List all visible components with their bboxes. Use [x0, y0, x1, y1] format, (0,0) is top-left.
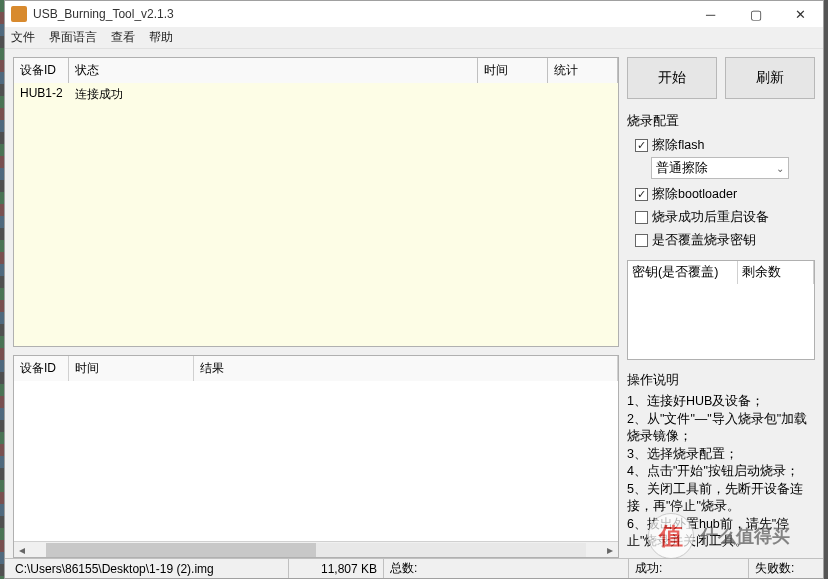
log-header-time[interactable]: 时间: [69, 356, 194, 381]
scroll-left-icon[interactable]: ◂: [14, 543, 30, 557]
instr-line: 2、从"文件"—"导入烧录包"加载烧录镜像；: [627, 411, 815, 446]
window-controls: ─ ▢ ✕: [688, 1, 823, 27]
overwrite-key-row[interactable]: 是否覆盖烧录密钥: [635, 232, 815, 249]
instr-line: 4、点击"开始"按钮启动烧录；: [627, 463, 815, 481]
log-table-body[interactable]: [14, 381, 618, 541]
instr-line: 6、拔出外置hub前，请先"停止"烧录并关闭工具。: [627, 516, 815, 551]
main-area: 设备ID 状态 时间 统计 HUB1-2 连接成功 设备ID: [5, 49, 823, 558]
status-path: C:\Users\86155\Desktop\1-19 (2).img: [9, 559, 289, 578]
cell-status: 连接成功: [69, 83, 478, 106]
device-table-header: 设备ID 状态 时间 统计: [14, 58, 618, 83]
instr-line: 3、选择烧录配置；: [627, 446, 815, 464]
scroll-track[interactable]: [46, 543, 586, 557]
action-buttons: 开始 刷新: [627, 57, 815, 99]
cell-device-id: HUB1-2: [14, 83, 69, 106]
erase-mode-value: 普通擦除: [656, 160, 708, 177]
window-title: USB_Burning_Tool_v2.1.3: [33, 7, 688, 21]
erase-flash-label: 擦除flash: [652, 137, 704, 154]
app-icon: [11, 6, 27, 22]
log-table: 设备ID 时间 结果 ◂ ▸: [13, 355, 619, 558]
statusbar: C:\Users\86155\Desktop\1-19 (2).img 11,8…: [5, 558, 823, 578]
header-time[interactable]: 时间: [478, 58, 548, 83]
key-table: 密钥(是否覆盖) 剩余数: [627, 260, 815, 360]
minimize-button[interactable]: ─: [688, 1, 733, 27]
app-window: USB_Burning_Tool_v2.1.3 ─ ▢ ✕ 文件 界面语言 查看…: [4, 0, 824, 579]
cell-time: [478, 83, 548, 106]
checkbox-icon[interactable]: [635, 211, 648, 224]
status-total: 总数:: [384, 559, 629, 578]
header-status[interactable]: 状态: [69, 58, 478, 83]
erase-bootloader-row[interactable]: ✓ 擦除bootloader: [635, 186, 815, 203]
scroll-right-icon[interactable]: ▸: [602, 543, 618, 557]
overwrite-key-label: 是否覆盖烧录密钥: [652, 232, 756, 249]
key-col2[interactable]: 剩余数: [738, 261, 814, 284]
left-pane: 设备ID 状态 时间 统计 HUB1-2 连接成功 设备ID: [5, 49, 623, 558]
erase-flash-row[interactable]: ✓ 擦除flash: [635, 137, 815, 154]
cell-stats: [548, 83, 618, 106]
key-table-body[interactable]: [628, 284, 814, 359]
scroll-thumb[interactable]: [46, 543, 316, 557]
horizontal-scrollbar[interactable]: ◂ ▸: [14, 541, 618, 557]
maximize-button[interactable]: ▢: [733, 1, 778, 27]
close-button[interactable]: ✕: [778, 1, 823, 27]
status-fail: 失败数:: [749, 559, 819, 578]
erase-bootloader-label: 擦除bootloader: [652, 186, 737, 203]
instr-line: 1、连接好HUB及设备；: [627, 393, 815, 411]
status-success: 成功:: [629, 559, 749, 578]
refresh-button[interactable]: 刷新: [725, 57, 815, 99]
menu-file[interactable]: 文件: [11, 29, 35, 46]
menu-help[interactable]: 帮助: [149, 29, 173, 46]
chevron-down-icon: ⌄: [776, 163, 784, 174]
checkbox-icon[interactable]: [635, 234, 648, 247]
right-pane: 开始 刷新 烧录配置 ✓ 擦除flash 普通擦除 ⌄ ✓ 擦除bootload…: [623, 49, 823, 558]
log-table-header: 设备ID 时间 结果: [14, 356, 618, 381]
device-table: 设备ID 状态 时间 统计 HUB1-2 连接成功: [13, 57, 619, 347]
header-stats[interactable]: 统计: [548, 58, 618, 83]
device-table-body[interactable]: HUB1-2 连接成功: [14, 83, 618, 346]
menubar: 文件 界面语言 查看 帮助: [5, 27, 823, 49]
instr-line: 5、关闭工具前，先断开设备连接，再"停止"烧录。: [627, 481, 815, 516]
log-header-id[interactable]: 设备ID: [14, 356, 69, 381]
config-title: 烧录配置: [627, 113, 815, 130]
table-row[interactable]: HUB1-2 连接成功: [14, 83, 618, 106]
instructions: 操作说明 1、连接好HUB及设备； 2、从"文件"—"导入烧录包"加载烧录镜像；…: [627, 368, 815, 551]
restart-after-row[interactable]: 烧录成功后重启设备: [635, 209, 815, 226]
erase-mode-select[interactable]: 普通擦除 ⌄: [651, 157, 789, 179]
checkbox-icon[interactable]: ✓: [635, 188, 648, 201]
status-size: 11,807 KB: [289, 559, 384, 578]
start-button[interactable]: 开始: [627, 57, 717, 99]
menu-view[interactable]: 查看: [111, 29, 135, 46]
menu-language[interactable]: 界面语言: [49, 29, 97, 46]
instructions-title: 操作说明: [627, 372, 815, 389]
key-table-header: 密钥(是否覆盖) 剩余数: [628, 261, 814, 284]
key-col1[interactable]: 密钥(是否覆盖): [628, 261, 738, 284]
checkbox-icon[interactable]: ✓: [635, 139, 648, 152]
titlebar[interactable]: USB_Burning_Tool_v2.1.3 ─ ▢ ✕: [5, 1, 823, 27]
restart-after-label: 烧录成功后重启设备: [652, 209, 769, 226]
log-header-result[interactable]: 结果: [194, 356, 618, 381]
header-device-id[interactable]: 设备ID: [14, 58, 69, 83]
